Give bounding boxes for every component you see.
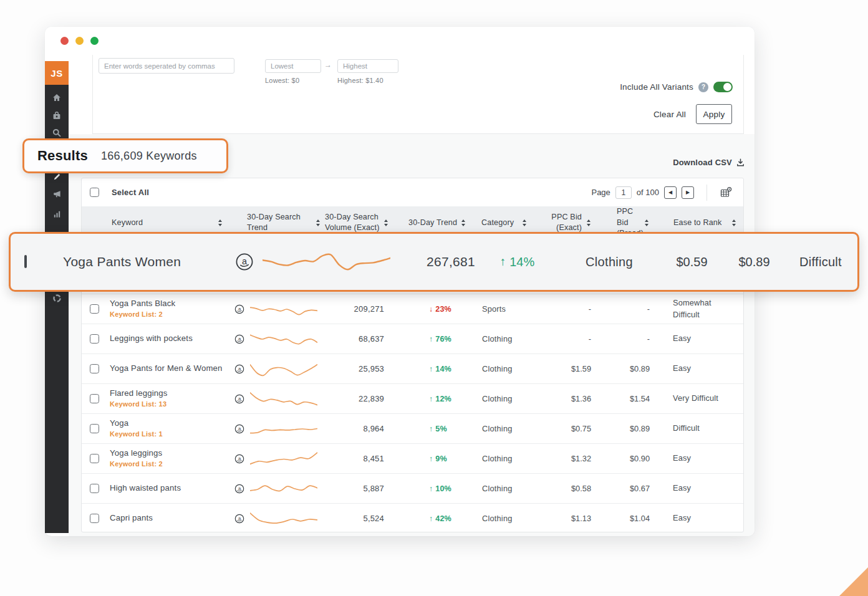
sync-icon[interactable] — [45, 290, 69, 306]
clear-all-button[interactable]: Clear All — [653, 110, 686, 119]
category-cell: Clothing — [471, 334, 534, 344]
row-checkbox[interactable] — [90, 514, 99, 523]
price-lowest-input[interactable] — [265, 59, 321, 73]
amazon-icon: a — [219, 252, 263, 271]
results-title: Results — [37, 148, 88, 164]
trend-up-icon: ↑ — [429, 395, 433, 403]
ease-to-rank-cell: Easy — [652, 453, 744, 464]
range-arrow-icon: → — [324, 60, 332, 69]
category-cell: Clothing — [471, 364, 534, 373]
minimize-window-icon[interactable] — [75, 37, 84, 45]
sidebar: JS — [45, 61, 69, 533]
sparkline — [263, 246, 397, 277]
help-icon[interactable] — [698, 82, 708, 92]
keywords-input[interactable] — [99, 58, 234, 74]
volume-cell: 267,681 — [397, 254, 475, 269]
row-checkbox[interactable] — [90, 334, 99, 344]
select-all-checkbox[interactable] — [90, 188, 99, 197]
next-page-button[interactable]: ▶ — [682, 186, 694, 199]
app-logo[interactable]: JS — [45, 61, 69, 85]
ppc-broad-cell: $0.67 — [593, 484, 652, 493]
trend-cell: ↑9% — [390, 454, 471, 463]
keyword-cell: Leggings with pockets — [110, 334, 228, 344]
svg-text:a: a — [238, 485, 241, 491]
svg-text:a: a — [238, 305, 241, 311]
row-checkbox[interactable] — [90, 364, 99, 373]
table-row[interactable]: Leggings with pockets a 68,637 ↑76% Clot… — [82, 324, 743, 353]
trend-cell: ↑14% — [390, 365, 471, 373]
page-corner-decoration — [839, 567, 868, 596]
keyword-cell: Yoga leggingsKeyword List: 2 — [110, 448, 228, 469]
trend-down-icon: ↓ — [429, 305, 433, 314]
volume-cell: 25,953 — [325, 364, 390, 373]
sort-icon — [316, 219, 320, 226]
ppc-broad-cell: - — [593, 304, 652, 314]
sort-icon — [645, 219, 649, 226]
sort-icon — [461, 219, 465, 226]
svg-text:a: a — [238, 335, 241, 341]
ease-to-rank-cell: Easy — [652, 363, 744, 375]
toggle-knob — [723, 83, 731, 91]
trend-up-icon: ↑ — [429, 484, 433, 493]
keyword-cell: Yoga Pants BlackKeyword List: 2 — [110, 299, 228, 319]
sort-icon — [384, 219, 388, 226]
ppc-exact-cell: $0.75 — [534, 424, 593, 433]
highlight-sparkline — [263, 246, 390, 275]
home-icon[interactable] — [45, 90, 69, 106]
ppc-broad-cell: $1.54 — [593, 394, 652, 403]
ppc-broad-cell: $0.89 — [725, 255, 784, 269]
sparkline — [250, 299, 325, 319]
page-number-input[interactable] — [615, 186, 632, 199]
row-checkbox[interactable] — [90, 484, 99, 493]
close-window-icon[interactable] — [60, 37, 69, 45]
row-checkbox[interactable] — [90, 394, 99, 403]
table-controls: Select All Page of 100 ◀ ▶ — [82, 178, 743, 206]
apply-button[interactable]: Apply — [696, 104, 732, 124]
ease-to-rank-cell: Easy — [652, 512, 744, 524]
ease-to-rank-cell: Difficult — [784, 255, 857, 269]
keyword-list-badge: Keyword List: 1 — [110, 430, 228, 439]
table-row[interactable]: Yoga Pants for Men & Women a 25,953 ↑14%… — [82, 353, 743, 383]
download-csv-link[interactable]: Download CSV — [673, 158, 745, 167]
sparkline — [250, 419, 325, 439]
results-header-callout: Results 166,609 Keywords — [22, 138, 228, 173]
sparkline — [250, 389, 325, 409]
include-all-variants-toggle[interactable] — [713, 82, 733, 92]
sparkline — [250, 449, 325, 469]
table-row[interactable]: YogaKeyword List: 1 a 8,964 ↑5% Clothing… — [82, 413, 743, 443]
volume-cell: 5,887 — [325, 484, 390, 493]
column-settings-icon[interactable] — [720, 186, 732, 199]
row-checkbox[interactable] — [90, 454, 99, 463]
highest-hint: Highest: $1.40 — [337, 77, 383, 84]
select-all-label: Select All — [112, 188, 149, 197]
table-row[interactable]: Capri pants a 5,524 ↑42% Clothing $1.13 … — [82, 503, 743, 532]
trend-cell: ↓23% — [390, 305, 471, 314]
bar-chart-icon[interactable] — [45, 206, 69, 222]
svg-text:a: a — [238, 365, 241, 371]
sort-icon — [732, 219, 736, 226]
zoom-window-icon[interactable] — [90, 37, 99, 45]
table-row[interactable]: Flared leggingsKeyword List: 13 a 22,839… — [82, 383, 743, 413]
row-checkbox[interactable] — [90, 424, 99, 433]
keyword-list-badge: Keyword List: 2 — [110, 310, 228, 319]
row-checkbox[interactable] — [24, 255, 27, 268]
trend-cell: ↑76% — [390, 335, 471, 344]
amazon-icon: a — [228, 394, 250, 404]
ppc-exact-cell: $0.58 — [534, 484, 593, 493]
previous-page-button[interactable]: ◀ — [664, 186, 677, 199]
row-checkbox[interactable] — [90, 304, 99, 314]
include-all-variants-row: Include All Variants — [620, 82, 733, 92]
briefcase-icon[interactable] — [45, 108, 69, 124]
ppc-exact-cell: $0.59 — [659, 255, 725, 269]
highlighted-row-callout[interactable]: Yoga Pants Women a 267,681 ↑ 14% Clothin… — [9, 232, 859, 292]
amazon-icon: a — [228, 514, 250, 524]
table-row[interactable]: Yoga leggingsKeyword List: 2 a 8,451 ↑9%… — [82, 443, 743, 473]
table-row[interactable]: Yoga Pants BlackKeyword List: 2 a 209,27… — [82, 294, 743, 324]
ppc-broad-cell: $0.89 — [593, 424, 652, 433]
price-highest-input[interactable] — [337, 59, 398, 73]
table-row[interactable]: High waisted pants a 5,887 ↑10% Clothing… — [82, 473, 743, 503]
amazon-icon: a — [228, 454, 250, 464]
megaphone-icon[interactable] — [45, 186, 69, 202]
page-label: Page — [591, 188, 610, 197]
divider — [706, 185, 707, 201]
